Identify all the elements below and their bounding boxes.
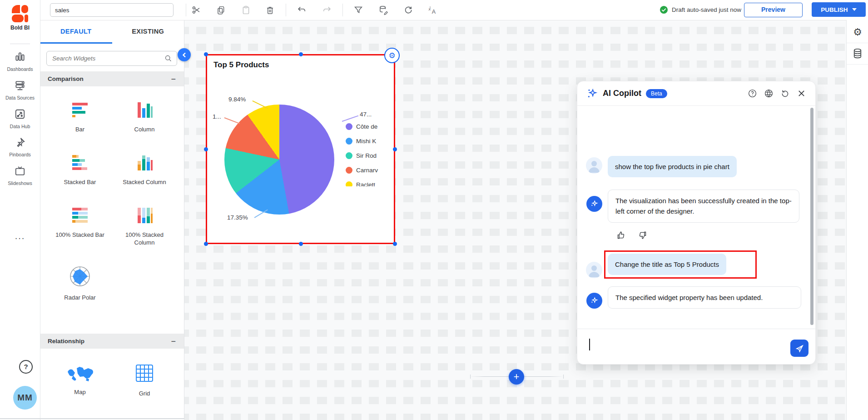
toolbar-divider <box>286 4 286 16</box>
resize-handle[interactable] <box>204 147 208 151</box>
collapse-panel-button[interactable] <box>178 48 191 61</box>
brand-name: Bold BI <box>0 25 40 31</box>
widget-100-stacked-column[interactable]: 100% Stacked Column <box>117 205 172 247</box>
copilot-help-icon[interactable] <box>747 89 757 99</box>
cut-icon[interactable] <box>190 4 203 16</box>
preview-button[interactable]: Preview <box>744 3 803 17</box>
user-avatar-icon <box>586 157 602 174</box>
tab-default[interactable]: DEFAULT <box>40 20 112 44</box>
legend-item[interactable]: Raclett <box>346 177 394 186</box>
user-avatar[interactable]: MM <box>13 386 37 410</box>
copilot-close-icon[interactable] <box>796 89 806 99</box>
resize-handle[interactable] <box>393 242 397 246</box>
stacked-column-widget-icon <box>135 153 154 172</box>
legend-label: Carnarv <box>356 167 378 174</box>
resize-handle[interactable] <box>204 52 208 56</box>
redo-icon[interactable] <box>321 4 333 16</box>
callout-line <box>224 117 240 124</box>
bold-bi-designer: x A Draft auto-saved just now Preview PU… <box>0 0 868 420</box>
copilot-header: AI Copilot Beta <box>577 81 815 106</box>
widget-panel: DEFAULT EXISTING Comparison − Bar <box>40 20 184 419</box>
hundred-stacked-column-widget-icon <box>135 205 154 225</box>
copy-icon[interactable] <box>214 4 227 16</box>
bold-bi-logo[interactable] <box>10 4 30 24</box>
widget-map[interactable]: Map <box>53 366 107 396</box>
legend-item[interactable]: Sir Rod <box>346 148 394 163</box>
delete-icon[interactable] <box>263 4 276 16</box>
radar-polar-widget-icon <box>69 265 91 287</box>
publish-label: PUBLISH <box>821 6 848 13</box>
resize-handle[interactable] <box>299 242 303 246</box>
text-cursor <box>589 339 590 350</box>
section-title: Relationship <box>48 338 84 345</box>
user-avatar-icon <box>586 262 602 278</box>
search-icon[interactable] <box>164 55 172 62</box>
autosave-text: Draft auto-saved just now <box>672 6 741 13</box>
section-relationship[interactable]: Relationship − <box>40 334 184 349</box>
collapse-section-icon[interactable]: − <box>171 337 176 345</box>
widget-label: Stacked Bar <box>53 179 107 186</box>
widget-100-stacked-bar[interactable]: 100% Stacked Bar <box>53 205 107 239</box>
dashboard-name-input[interactable] <box>50 3 174 17</box>
help-button[interactable]: ? <box>19 360 33 374</box>
map-widget-icon <box>67 366 93 382</box>
sidebar-item-data-hub[interactable]: Data Hub <box>0 108 40 129</box>
assistant-message: The visualization has been successfully … <box>608 190 799 223</box>
pie-chart-widget[interactable]: Top 5 Products 9.84% 1... 47... 17.35% C… <box>206 54 395 244</box>
resize-handle[interactable] <box>299 52 303 56</box>
pie-chart[interactable] <box>224 105 334 215</box>
widget-column[interactable]: Column <box>117 100 172 134</box>
copilot-language-icon[interactable] <box>764 89 774 99</box>
check-circle-icon <box>660 5 668 14</box>
thumbs-up-icon[interactable] <box>616 230 626 240</box>
resize-handle[interactable] <box>393 147 397 151</box>
settings-gear-icon[interactable]: ⚙ <box>847 22 868 43</box>
copilot-scrollbar[interactable] <box>810 108 813 325</box>
sidebar-item-dashboards[interactable]: Dashboards <box>0 51 40 72</box>
widget-grid[interactable]: Grid <box>117 363 172 398</box>
undo-icon[interactable] <box>295 4 308 16</box>
slice-callout-yellow: 9.84% <box>228 96 246 103</box>
widget-label: Map <box>53 389 107 396</box>
filter-icon[interactable] <box>352 4 365 16</box>
widget-bar[interactable]: Bar <box>53 100 107 134</box>
add-widget-button[interactable]: + <box>509 369 524 385</box>
legend-item[interactable]: Mishi K <box>346 134 394 148</box>
section-comparison[interactable]: Comparison − <box>40 71 184 86</box>
chart-title: Top 5 Products <box>213 60 269 70</box>
widget-stacked-column[interactable]: Stacked Column <box>117 153 172 186</box>
widget-settings-gear-icon[interactable]: ⚙ <box>384 48 400 63</box>
sidebar-item-slideshows[interactable]: Slideshows <box>0 165 40 186</box>
paste-icon[interactable] <box>239 4 252 16</box>
translate-icon[interactable]: x A <box>427 4 439 16</box>
data-preparation-icon[interactable] <box>377 4 390 16</box>
legend-dot <box>346 123 352 130</box>
publish-button[interactable]: PUBLISH <box>812 2 866 17</box>
legend-item[interactable]: Carnarv <box>346 163 394 177</box>
feedback-buttons <box>616 230 647 240</box>
widget-stacked-bar[interactable]: Stacked Bar <box>53 153 107 186</box>
thumbs-down-icon[interactable] <box>638 230 647 240</box>
chevron-down-icon <box>852 8 857 11</box>
widget-radar-polar[interactable]: Radar Polar <box>53 265 107 302</box>
sidebar-item-data-sources[interactable]: Data Sources <box>0 80 40 100</box>
resize-handle[interactable] <box>204 242 208 246</box>
collapse-section-icon[interactable]: − <box>171 75 176 83</box>
sidebar-item-pinboards[interactable]: Pinboards <box>0 136 40 157</box>
assistant-message: The specified widget property has been u… <box>608 286 801 309</box>
svg-text:x: x <box>428 6 431 11</box>
copilot-restart-icon[interactable] <box>780 89 790 99</box>
legend-item[interactable]: Côte de <box>346 119 394 134</box>
tab-existing[interactable]: EXISTING <box>112 20 184 44</box>
more-menu-icon[interactable]: ... <box>0 231 40 241</box>
widget-label: 100% Stacked Bar <box>53 231 107 239</box>
ai-copilot-panel: AI Copilot Beta <box>577 81 816 365</box>
section-title: Comparison <box>48 75 84 82</box>
send-button[interactable] <box>790 340 808 357</box>
widget-search-input[interactable] <box>51 55 164 62</box>
data-hub-icon <box>14 108 26 120</box>
refresh-icon[interactable] <box>402 4 415 16</box>
data-panel-icon[interactable] <box>847 43 868 65</box>
copilot-input[interactable] <box>584 334 784 359</box>
widget-label: Radar Polar <box>53 294 107 302</box>
